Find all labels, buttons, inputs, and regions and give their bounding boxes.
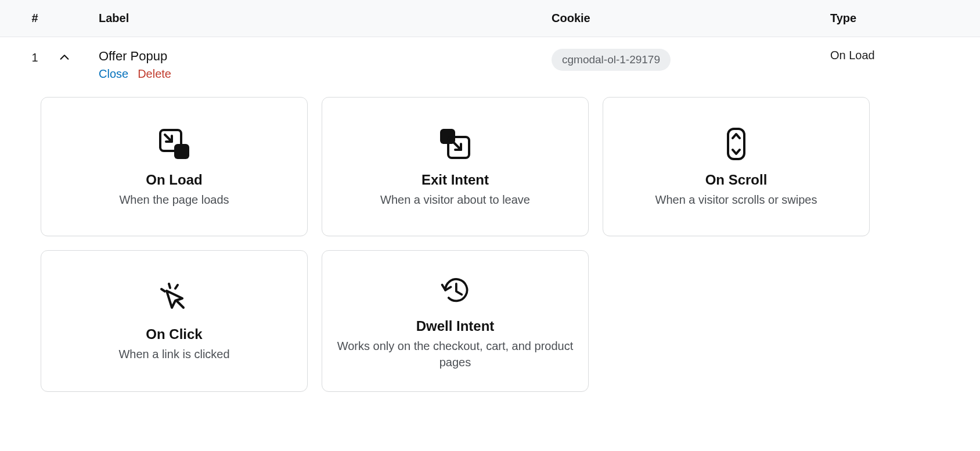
card-title: On Click [146, 326, 202, 342]
card-on-load[interactable]: On Load When the page loads [41, 97, 308, 236]
card-desc: When a visitor scrolls or swipes [655, 192, 817, 208]
cursor-click-icon [157, 281, 192, 316]
chevron-up-icon[interactable] [58, 51, 71, 64]
card-desc: When a link is clicked [118, 346, 229, 362]
cookie-badge: cgmodal-ol-1-29179 [552, 49, 671, 71]
table-header: # Label Cookie Type [0, 0, 980, 37]
card-desc: Works only on the checkout, cart, and pr… [336, 338, 574, 370]
close-link[interactable]: Close [99, 67, 128, 81]
card-on-scroll[interactable]: On Scroll When a visitor scrolls or swip… [603, 97, 870, 236]
svg-rect-1 [174, 144, 189, 159]
card-title: Exit Intent [421, 172, 489, 188]
svg-line-6 [169, 284, 170, 288]
trigger-cards-grid: On Load When the page loads Exit Intent … [0, 85, 980, 415]
row-number: 1 [0, 49, 58, 64]
card-dwell-intent[interactable]: Dwell Intent Works only on the checkout,… [322, 250, 589, 392]
svg-line-8 [161, 289, 165, 291]
card-title: On Scroll [705, 172, 768, 188]
card-title: Dwell Intent [416, 318, 495, 334]
history-icon [439, 273, 471, 308]
card-desc: When the page loads [119, 192, 229, 208]
picture-in-picture-icon [157, 127, 192, 161]
svg-line-7 [175, 285, 178, 288]
delete-link[interactable]: Delete [138, 67, 171, 81]
header-type: Type [830, 12, 946, 25]
card-title: On Load [146, 172, 202, 188]
card-desc: When a visitor about to leave [380, 192, 530, 208]
header-hash: # [0, 12, 58, 25]
scroll-icon [725, 127, 748, 161]
row-type: On Load [830, 49, 946, 62]
svg-line-5 [176, 301, 183, 308]
header-label: Label [99, 12, 552, 25]
card-exit-intent[interactable]: Exit Intent When a visitor about to leav… [322, 97, 589, 236]
row-label: Offer Popup [99, 49, 552, 64]
card-on-click[interactable]: On Click When a link is clicked [41, 250, 308, 392]
header-cookie: Cookie [552, 12, 830, 25]
table-row: 1 Offer Popup Close Delete cgmodal-ol-1-… [0, 37, 980, 85]
picture-in-picture-exit-icon [438, 127, 473, 161]
